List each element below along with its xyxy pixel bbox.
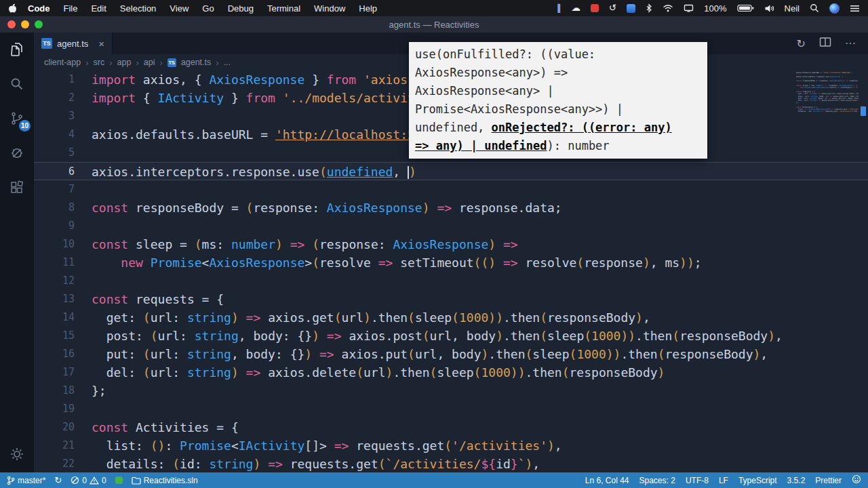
close-window-button[interactable] [7, 20, 16, 28]
siri-icon[interactable] [829, 3, 840, 14]
sync-changes-icon[interactable]: ↻ [54, 476, 62, 485]
tooltip-line: use(onFulfilled?: ((value: [415, 45, 701, 64]
code-line[interactable]: 17 del: (url: string) => axios.delete(ur… [34, 363, 868, 382]
bluetooth-icon[interactable] [646, 3, 652, 13]
extensions-icon[interactable] [8, 179, 26, 197]
solution-name: Reactivities.sln [144, 476, 198, 485]
line-number: 1 [34, 70, 75, 89]
menu-file[interactable]: File [64, 3, 78, 14]
menu-view[interactable]: View [170, 3, 189, 14]
code-line[interactable]: 18}; [34, 382, 868, 400]
minimize-window-button[interactable] [21, 20, 29, 28]
breadcrumb-item[interactable]: src [94, 58, 105, 67]
code-line[interactable]: 21 list: (): Promise<IActivity[]> => req… [34, 436, 868, 455]
indentation[interactable]: Spaces: 2 [639, 476, 675, 485]
problems-item[interactable]: 0 0 [71, 476, 106, 485]
code-line[interactable]: 19 [34, 400, 868, 418]
battery-icon[interactable] [737, 4, 754, 12]
line-number: 18 [34, 382, 75, 400]
code-line[interactable]: 12 [34, 272, 868, 290]
language-mode[interactable]: TypeScript [738, 476, 777, 485]
line-number: 14 [34, 308, 75, 327]
minimap-line: const responseBody = (response: AxiosRes… [796, 80, 859, 82]
user-name[interactable]: Neil [785, 3, 800, 14]
wifi-icon[interactable] [663, 4, 673, 12]
code-line[interactable]: 14 get: (url: string) => axios.get(url).… [34, 308, 868, 327]
eol-sequence[interactable]: LF [719, 476, 728, 485]
minimap[interactable]: import axios, { AxiosResponse } from 'ax… [796, 70, 859, 113]
zoom-window-button[interactable] [35, 20, 43, 28]
breadcrumb-item[interactable]: client-app [44, 58, 81, 67]
breadcrumb-item[interactable]: api [144, 58, 155, 67]
tab-agent-ts[interactable]: TS agent.ts × [34, 33, 113, 54]
control-center-icon[interactable] [850, 5, 860, 12]
window-titlebar: agent.ts — Reactivities [0, 16, 868, 33]
code-line[interactable]: 9 [34, 217, 868, 235]
volume-icon[interactable] [764, 4, 774, 13]
code-line[interactable]: 22 details: (id: string) => requests.get… [34, 455, 868, 472]
menu-help[interactable]: Help [359, 3, 377, 14]
minimap-line: details: (id: string) => requests.get(`/… [796, 110, 859, 113]
feedback-smiley-icon[interactable] [852, 474, 861, 486]
cursor-position[interactable]: Ln 6, Col 44 [585, 476, 629, 485]
app-menu-code[interactable]: Code [28, 3, 50, 14]
code-line[interactable]: 13const requests = { [34, 290, 868, 308]
tab-label: agent.ts [57, 39, 88, 49]
line-number: 13 [34, 290, 75, 308]
record-indicator-icon[interactable] [591, 4, 599, 12]
search-icon[interactable] [8, 75, 26, 93]
debug-icon[interactable] [8, 144, 26, 162]
line-number: 17 [34, 363, 75, 382]
breadcrumb-item[interactable]: ... [224, 58, 231, 67]
menu-window[interactable]: Window [314, 3, 345, 14]
menu-terminal[interactable]: Terminal [267, 3, 300, 14]
extension-status-icon[interactable] [115, 476, 123, 484]
close-tab-icon[interactable]: × [98, 38, 104, 49]
parallels-icon[interactable]: ∥ [557, 3, 561, 13]
breadcrumb-item[interactable]: app [117, 58, 132, 67]
settings-gear-icon[interactable] [8, 445, 26, 463]
scm-changes-badge: 10 [19, 120, 31, 131]
menu-selection[interactable]: Selection [120, 3, 156, 14]
blue-app-icon[interactable] [627, 4, 635, 13]
warning-count: 0 [102, 476, 106, 485]
minimap-line: new Promise<AxiosResponse>(resolve => se… [796, 87, 859, 89]
display-mirroring-icon[interactable] [684, 4, 694, 12]
menu-debug[interactable]: Debug [228, 3, 254, 14]
code-line[interactable]: 15 post: (url: string, body: {}) => axio… [34, 327, 868, 345]
line-number: 22 [34, 455, 75, 472]
encoding[interactable]: UTF-8 [686, 476, 709, 485]
more-actions-icon[interactable]: ··· [845, 37, 856, 49]
chevron-right-icon: › [109, 58, 112, 68]
code-line[interactable]: 11 new Promise<AxiosResponse>(resolve =>… [34, 253, 868, 272]
code-line[interactable]: 16 put: (url: string, body: {}) => axios… [34, 345, 868, 363]
line-number: 16 [34, 345, 75, 363]
menu-edit[interactable]: Edit [91, 3, 106, 14]
line-number: 3 [34, 107, 75, 125]
hover-tooltip: use(onFulfilled?: ((value:AxiosResponse<… [409, 42, 707, 159]
chevron-right-icon: › [159, 58, 162, 68]
typescript-version[interactable]: 3.5.2 [787, 476, 806, 485]
spotlight-search-icon[interactable] [810, 3, 819, 13]
explorer-icon[interactable] [8, 41, 26, 58]
git-branch-item[interactable]: master* [7, 476, 45, 485]
code-line[interactable]: 10const sleep = (ms: number) => (respons… [34, 235, 868, 253]
solution-item[interactable]: Reactivities.sln [132, 476, 198, 485]
source-control-icon[interactable]: 10 [8, 110, 26, 127]
code-line[interactable]: 8const responseBody = (response: AxiosRe… [34, 199, 868, 217]
sync-icon[interactable]: ↻ [797, 37, 806, 50]
time-machine-icon[interactable]: ↺ [609, 3, 616, 13]
menu-go[interactable]: Go [202, 3, 214, 14]
formatter[interactable]: Prettier [815, 476, 842, 485]
vscode-window: Code FileEditSelectionViewGoDebugTermina… [0, 0, 868, 488]
breadcrumb-item[interactable]: agent.ts [181, 58, 211, 67]
window-controls [0, 20, 43, 28]
cloud-icon[interactable]: ☁ [572, 3, 581, 13]
code-line[interactable]: 6axios.interceptors.response.use(undefin… [34, 162, 868, 180]
apple-menu-icon[interactable] [8, 3, 17, 14]
code-line[interactable]: 7 [34, 180, 868, 199]
code-line[interactable]: 20const Activities = { [34, 418, 868, 436]
error-count: 0 [82, 476, 87, 485]
scrollbar-cursor-marker[interactable] [861, 106, 866, 116]
split-editor-icon[interactable] [819, 37, 831, 50]
